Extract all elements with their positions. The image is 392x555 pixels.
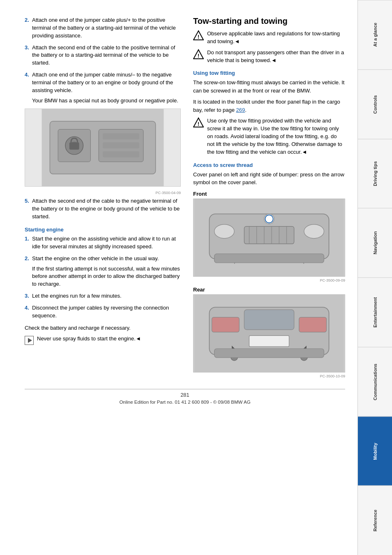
svg-rect-31	[214, 254, 324, 263]
item-text: Attach one end of the jumper cable plus/…	[32, 16, 181, 40]
section-title: Tow-starting and towing	[193, 16, 345, 26]
footer-text: Online Edition for Part no. 01 41 2 600 …	[25, 400, 345, 405]
item-text: Let the engines run for a few minutes.	[32, 292, 181, 300]
svg-text:!: !	[198, 121, 199, 127]
sidebar-tab-reference[interactable]: Reference	[358, 486, 392, 555]
starting-engine-heading: Starting engine	[25, 227, 181, 233]
triangle-warning-svg: !	[193, 30, 204, 41]
play-triangle-shape	[28, 338, 32, 343]
list-item-2: 2. Attach one end of the jumper cable pl…	[25, 16, 181, 40]
list-item-5: 5. Attach the second end of the cable to…	[25, 197, 181, 221]
page-number: 281	[25, 392, 345, 398]
svg-rect-36	[244, 310, 294, 330]
item-number: 4.	[25, 71, 32, 104]
starting-item-3: 3. Let the engines run for a few minutes…	[25, 292, 181, 300]
note-text: Never use spray fluids to start the engi…	[37, 335, 141, 343]
warning-box-2: ! Do not transport any passengers other …	[193, 49, 345, 65]
sidebar-tab-communications[interactable]: Communications	[358, 347, 392, 416]
svg-rect-34	[212, 317, 240, 332]
warning-text-2: Do not transport any passengers other th…	[207, 49, 345, 65]
tow-warning-box: ! Use only the tow fitting provided with…	[193, 117, 345, 156]
item-number: 5.	[25, 197, 32, 221]
list-item-3: 3. Attach the second end of the cable to…	[25, 44, 181, 67]
svg-rect-9	[69, 143, 79, 150]
item-number: 3.	[25, 292, 32, 300]
item-text: Attach one end of the jumper cable minus…	[32, 72, 173, 93]
item-text: Attach the second end of the cable to th…	[32, 197, 181, 221]
warning-box-1: ! Observe applicable laws and regulation…	[193, 30, 345, 46]
item-number: 2.	[25, 255, 32, 288]
item-extra: Your BMW has a special nut as body groun…	[32, 97, 181, 105]
svg-rect-35	[299, 317, 327, 332]
list-item-4: 4. Attach one end of the jumper cable mi…	[25, 71, 181, 104]
front-car-svg	[194, 199, 345, 276]
svg-rect-42	[214, 349, 324, 358]
sidebar-tab-driving-tips[interactable]: Driving tips	[358, 139, 392, 208]
access-screw-text: Cover panel on left and right side of bu…	[193, 171, 345, 187]
tow-fitting-para1: The screw-on tow-fitting must always be …	[193, 79, 345, 95]
rear-image-caption: PC-3500-10-09	[193, 374, 345, 378]
engine-image	[25, 109, 181, 187]
starting-item-4: 4. Disconnect the jumper cables by rever…	[25, 304, 181, 320]
play-icon	[25, 336, 34, 345]
item-number: 3.	[25, 44, 32, 67]
svg-text:!: !	[198, 53, 199, 59]
note-box: Never use spray fluids to start the engi…	[25, 335, 181, 345]
svg-rect-7	[103, 143, 139, 149]
svg-point-25	[214, 224, 235, 238]
check-battery-text: Check the battery and recharge if necess…	[25, 324, 181, 332]
svg-rect-8	[103, 151, 139, 157]
rear-car-image	[193, 294, 345, 372]
starting-item-1: 1. Start the engine on the assisting veh…	[25, 235, 181, 251]
svg-rect-37	[249, 335, 289, 347]
svg-point-26	[304, 224, 324, 238]
warning-text-1: Observe applicable laws and regulations …	[207, 30, 345, 46]
engine-svg	[25, 109, 180, 186]
front-label: Front	[193, 191, 345, 197]
triangle-warning-svg-3: !	[193, 117, 204, 128]
triangle-warning-svg-2: !	[193, 49, 204, 60]
sidebar-tab-mobility[interactable]: Mobility	[358, 416, 392, 486]
item-number: 4.	[25, 304, 32, 320]
sidebar-tab-at-a-glance[interactable]: At a glance	[358, 0, 392, 69]
rear-car-svg	[194, 295, 345, 372]
using-tow-fitting-heading: Using tow fitting	[193, 70, 345, 76]
item-extra: If the first starting attempt is not suc…	[32, 265, 181, 289]
front-car-image	[193, 199, 345, 277]
item-number: 1.	[25, 235, 32, 251]
page-footer: 281 Online Edition for Part no. 01 41 2 …	[25, 389, 345, 405]
front-image-caption: PC-3500-09-09	[193, 278, 345, 282]
tow-warning-icon: !	[193, 117, 205, 130]
sidebar-tab-entertainment[interactable]: Entertainment	[358, 278, 392, 347]
starting-item-2: 2. Start the engine on the other vehicle…	[25, 255, 181, 288]
item-number: 2.	[25, 16, 32, 40]
svg-rect-6	[103, 134, 139, 140]
sidebar: At a glance Controls Driving tips Naviga…	[357, 0, 392, 555]
sidebar-tab-navigation[interactable]: Navigation	[358, 208, 392, 278]
svg-point-27	[264, 214, 274, 224]
sidebar-tab-controls[interactable]: Controls	[358, 69, 392, 139]
warning-icon-2: !	[193, 49, 205, 62]
item-text: Start the engine on the assisting vehicl…	[32, 235, 181, 251]
item-text: Start the engine on the other vehicle in…	[32, 255, 159, 261]
item-text: Disconnect the jumper cables by reversin…	[32, 304, 181, 320]
warning-icon-1: !	[193, 30, 205, 43]
item-text: Attach the second end of the cable to th…	[32, 44, 181, 67]
svg-text:!: !	[198, 34, 199, 40]
access-screw-heading: Access to screw thread	[193, 162, 345, 168]
tow-warning-text: Use only the tow fitting provided with t…	[207, 117, 345, 156]
engine-image-caption: PC-3500-04-09	[25, 191, 181, 195]
tow-fitting-para2: It is located in the toolkit under the f…	[193, 98, 345, 114]
rear-label: Rear	[193, 287, 345, 293]
page-link[interactable]: 269	[236, 107, 245, 113]
